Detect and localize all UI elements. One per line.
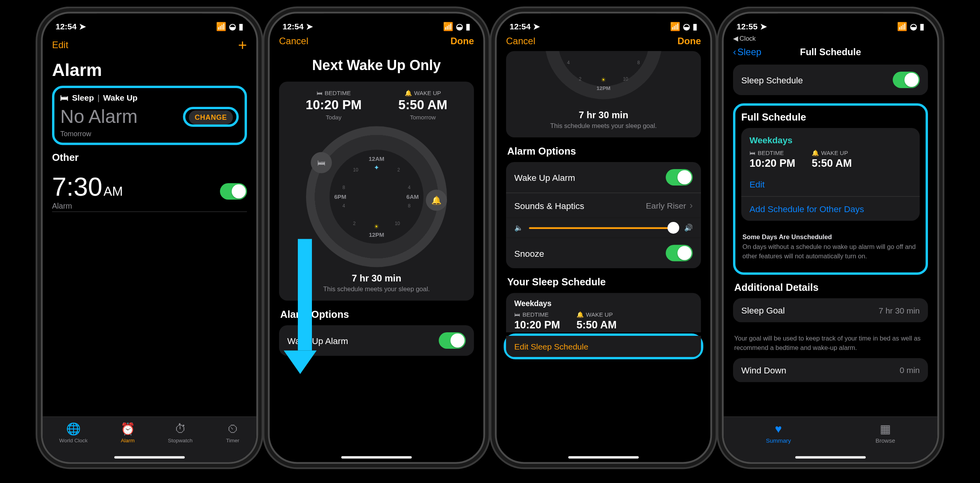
speaker-high-icon: 🔊 — [684, 224, 693, 232]
wake-up-alarm-toggle[interactable] — [666, 169, 693, 186]
signal-icon: 📶 — [216, 22, 226, 31]
sleep-goal-row[interactable]: Sleep Goal 7 hr 30 min — [733, 298, 928, 323]
location-icon: ➤ — [79, 22, 86, 31]
alarm-toggle[interactable] — [220, 183, 247, 199]
battery-icon: ▮ — [920, 22, 924, 31]
page-title: Next Wake Up Only — [279, 57, 474, 74]
cancel-button[interactable]: Cancel — [506, 36, 535, 47]
snooze-toggle[interactable] — [666, 245, 693, 261]
globe-icon: 🌐 — [67, 422, 81, 436]
wakeup-block: 🔔WAKE UP 5:50 AM Tomorrow — [398, 90, 447, 121]
sun-icon: ☀ — [374, 223, 379, 230]
breadcrumb-back-to-clock[interactable]: ◀︎ Clock — [733, 34, 928, 44]
alarm-row[interactable]: 7:30AM Alarm — [52, 169, 247, 212]
volume-slider[interactable] — [529, 227, 678, 229]
goal-footnote: Your goal will be used to keep track of … — [733, 331, 928, 358]
sun-icon: ☀ — [601, 76, 606, 83]
add-schedule-button[interactable]: Add Schedule for Other Days — [741, 196, 920, 221]
bed-icon: 🛏 — [749, 150, 755, 157]
bedtime-knob[interactable]: 🛏 — [311, 152, 332, 173]
cancel-button[interactable]: Cancel — [279, 36, 308, 47]
wake-up-alarm-row: Wake Up Alarm — [506, 162, 701, 193]
tab-timer[interactable]: ⏲Timer — [226, 422, 240, 462]
weekdays-schedule-row[interactable]: Weekdays 🛏BEDTIME 10:20 PM 🔔WAKE UP 5:50… — [741, 128, 920, 196]
bed-icon: 🛏 — [317, 90, 322, 97]
location-icon: ➤ — [306, 22, 313, 31]
full-schedule-highlight: Full Schedule Weekdays 🛏BEDTIME 10:20 PM… — [733, 103, 928, 275]
sleep-wakeup-card-highlight: 🛏 Sleep | Wake Up No Alarm CHANGE Tomorr… — [52, 86, 247, 145]
sleep-dial[interactable]: ☀ 12PM 2 10 4 8 — [545, 51, 662, 99]
tab-summary[interactable]: ♥Summary — [766, 422, 791, 462]
schedule-name: Weekdays — [514, 299, 693, 308]
bedtime-value: 10:20 PM — [306, 97, 362, 113]
sleep-schedule-row: Sleep Schedule — [733, 65, 928, 95]
sleep-dial[interactable]: 12AM 6AM 12PM 6PM ✦ ☀ 10 2 8 4 4 8 2 10 … — [306, 126, 447, 267]
tab-browse[interactable]: ▦Browse — [876, 422, 895, 462]
notch — [97, 14, 202, 30]
no-alarm-label: No Alarm — [60, 106, 137, 128]
alarm-clock-icon: ⏰ — [121, 422, 135, 436]
back-button[interactable]: ‹Sleep — [733, 47, 761, 58]
bedtime-block: 🛏BEDTIME 10:20 PM Today — [306, 90, 362, 121]
home-indicator[interactable] — [568, 456, 639, 459]
bell-icon: 🔔 — [576, 311, 584, 318]
battery-icon: ▮ — [466, 22, 470, 31]
phone-1-alarm-list: 12:54➤ 📶◒▮ Edit + Alarm 🛏 Sleep | Wake U… — [41, 12, 258, 464]
bed-icon: 🛏 — [514, 311, 520, 318]
change-button[interactable]: CHANGE — [189, 110, 233, 124]
volume-slider-row: 🔈 🔊 — [506, 218, 701, 238]
clock-time: 12:54 — [283, 22, 304, 31]
done-button[interactable]: Done — [677, 36, 701, 47]
home-indicator[interactable] — [341, 456, 412, 459]
notch — [324, 14, 429, 30]
edit-schedule-button[interactable]: Edit — [749, 176, 912, 189]
wifi-icon: ◒ — [683, 22, 690, 31]
battery-icon: ▮ — [693, 22, 697, 31]
notch — [551, 14, 656, 30]
grid-icon: ▦ — [878, 422, 892, 436]
location-icon: ➤ — [533, 22, 540, 31]
stars-icon: ✦ — [374, 164, 379, 172]
bell-icon: 🔔 — [812, 150, 819, 157]
phone-4-full-schedule: 12:55➤ 📶◒▮ ◀︎ Clock ‹Sleep Full Schedule… — [722, 12, 939, 464]
phone-2-next-wakeup: 12:54➤ 📶◒▮ Cancel Done Next Wake Up Only… — [268, 12, 485, 464]
tab-world-clock[interactable]: 🌐World Clock — [59, 422, 88, 462]
sleep-goal-note: This schedule meets your sleep goal. — [514, 122, 693, 129]
other-header: Other — [52, 152, 247, 164]
unscheduled-footnote: Some Days Are Unscheduled On days withou… — [741, 229, 920, 267]
sleep-schedule-toggle[interactable] — [893, 72, 920, 88]
edit-sleep-schedule-button[interactable]: Edit Sleep Schedule — [506, 336, 701, 357]
alarm-time: 7:30 — [52, 172, 102, 202]
schedule-dial-card: ☀ 12PM 2 10 4 8 7 hr 30 min This schedul… — [506, 51, 701, 138]
wake-up-alarm-toggle[interactable] — [439, 332, 466, 349]
clock-time: 12:54 — [510, 22, 531, 31]
snooze-row: Snooze — [506, 238, 701, 269]
tab-bar: ♥Summary ▦Browse — [724, 416, 937, 462]
additional-details-header: Additional Details — [734, 282, 927, 294]
notch — [778, 14, 883, 30]
sounds-haptics-row[interactable]: Sounds & Haptics Early Riser› — [506, 193, 701, 218]
your-sleep-schedule-header: Your Sleep Schedule — [507, 277, 700, 288]
speaker-low-icon: 🔈 — [514, 224, 523, 232]
home-indicator[interactable] — [795, 456, 866, 459]
tab-bar: 🌐World Clock ⏰Alarm ⏱Stopwatch ⏲Timer — [43, 416, 256, 462]
done-button[interactable]: Done — [450, 36, 474, 47]
full-schedule-header: Full Schedule — [741, 112, 920, 123]
heart-icon: ♥ — [771, 422, 785, 436]
signal-icon: 📶 — [670, 22, 680, 31]
home-indicator[interactable] — [114, 456, 185, 459]
add-alarm-button[interactable]: + — [238, 36, 247, 54]
bed-icon: 🛏 — [60, 93, 68, 102]
battery-icon: ▮ — [239, 22, 243, 31]
schedule-card: Weekdays 🛏BEDTIME 10:20 PM 🔔WAKE UP 5:50… — [506, 293, 701, 333]
wind-down-row[interactable]: Wind Down 0 min — [733, 358, 928, 382]
wifi-icon: ◒ — [229, 22, 236, 31]
wakeup-knob[interactable]: 🔔 — [426, 190, 447, 211]
timer-icon: ⏲ — [226, 422, 240, 436]
nav-title: Full Schedule — [800, 47, 861, 58]
alarm-options-header: Alarm Options — [507, 146, 700, 157]
edit-button[interactable]: Edit — [52, 40, 68, 50]
chevron-left-icon: ‹ — [733, 47, 736, 58]
page-title: Alarm — [52, 60, 247, 80]
signal-icon: 📶 — [443, 22, 453, 31]
